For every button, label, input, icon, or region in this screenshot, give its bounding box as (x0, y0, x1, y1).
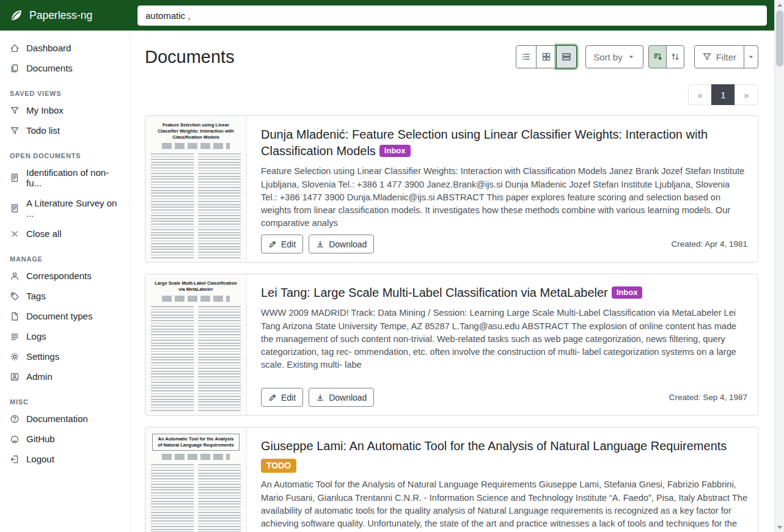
sidebar-item-label: Tags (26, 291, 46, 301)
sidebar-section-misc: MISC (10, 398, 120, 406)
document-card-footer: Edit Download Created: Apr 4, 1981 (261, 235, 747, 253)
tag-badge[interactable]: Inbox (612, 286, 643, 299)
filter-group: Filter (694, 45, 758, 68)
thumbnail-page-title: Feature Selection using Linear Classifie… (152, 122, 240, 140)
sidebar-item-my-inbox[interactable]: My Inbox (0, 100, 130, 120)
logout-icon (10, 454, 20, 464)
paperless-leaf-logo-icon (9, 8, 24, 23)
thumbnail-text-columns (151, 464, 241, 532)
tag-badge[interactable]: Inbox (379, 145, 411, 157)
download-label: Download (329, 239, 367, 249)
close-icon (10, 229, 20, 239)
main-content: Documents Sort by (130, 31, 784, 532)
thumbnail-byline (162, 296, 230, 302)
scrollbar-up-arrow[interactable] (775, 0, 784, 10)
github-icon (10, 434, 20, 444)
sidebar-item-logout[interactable]: Logout (0, 449, 130, 469)
document-card-body: Dunja Mladenić: Feature Selection using … (247, 116, 758, 262)
sidebar-item-label: My Inbox (26, 105, 64, 115)
edit-label: Edit (281, 239, 296, 249)
filter-button[interactable]: Filter (694, 45, 744, 68)
document-excerpt: Feature Selection using Linear Classifie… (261, 165, 747, 230)
document-card-body: Lei Tang: Large Scale Multi-Label Classi… (247, 274, 758, 415)
sidebar-item-documents[interactable]: Documents (0, 58, 130, 78)
sidebar-item-open-document-2[interactable]: A Literature Survey on ... (0, 193, 130, 224)
download-button[interactable]: Download (309, 235, 374, 253)
documents-toolbar: Sort by Filter (516, 45, 758, 68)
thumbnail-page: An Automatic Tool for the Analysis of Na… (145, 428, 246, 532)
sidebar-item-label: Admin (26, 371, 53, 382)
sort-descending-button[interactable] (648, 45, 667, 68)
sort-alphabetical-button[interactable] (666, 45, 684, 68)
chevron-down-icon (627, 53, 636, 61)
sidebar-item-document-types[interactable]: Document types (0, 306, 130, 326)
document-thumbnail[interactable]: An Automatic Tool for the Analysis of Na… (145, 428, 247, 532)
sidebar-item-label: Documentation (26, 414, 88, 424)
admin-user-icon (10, 372, 20, 382)
scrollbar-thumb[interactable] (776, 10, 783, 67)
edit-button[interactable]: Edit (261, 388, 303, 407)
global-search-input[interactable] (137, 5, 767, 26)
document-thumbnail[interactable]: Feature Selection using Linear Classifie… (145, 116, 247, 262)
sidebar-item-admin[interactable]: Admin (0, 366, 130, 387)
edit-button[interactable]: Edit (261, 235, 303, 253)
sidebar-item-dashboard[interactable]: Dashboard (0, 38, 130, 58)
sidebar-item-label: Close all (26, 228, 62, 239)
pencil-icon (268, 393, 277, 402)
page-title: Documents (145, 47, 235, 67)
document-card-footer: Edit Download Created: Sep 4, 1987 (261, 388, 747, 407)
sidebar: Dashboard Documents SAVED VIEWS My Inbox… (0, 31, 130, 532)
question-circle-icon (10, 414, 20, 424)
view-grid-button[interactable] (536, 45, 557, 68)
tag-badge[interactable]: TODO (261, 459, 296, 473)
pagination-next-button[interactable]: » (735, 84, 758, 105)
page-header: Documents Sort by (145, 45, 758, 68)
sort-direction-group (648, 45, 684, 68)
tag-icon (10, 291, 20, 301)
sort-by-dropdown[interactable]: Sort by (585, 45, 643, 68)
document-card: An Automatic Tool for the Analysis of Na… (145, 427, 758, 532)
document-actions: Edit Download (261, 235, 374, 253)
pagination-page-1-button[interactable]: 1 (711, 84, 735, 105)
sidebar-item-label: Dashboard (26, 43, 71, 53)
document-title-link[interactable]: Lei Tang: Large Scale Multi-Label Classi… (261, 286, 608, 299)
sidebar-item-tags[interactable]: Tags (0, 286, 130, 306)
sidebar-item-label: Documents (26, 63, 73, 73)
app-brand-link[interactable]: Paperless-ng (0, 0, 130, 31)
document-card: Large Scale Multi-Label Classification v… (145, 274, 758, 416)
sidebar-item-label: A Literature Survey on ... (26, 198, 120, 219)
sidebar-item-documentation[interactable]: Documentation (0, 409, 130, 429)
sidebar-item-open-document-1[interactable]: Identification of non-fu... (0, 162, 130, 193)
pagination-prev-button[interactable]: « (688, 84, 712, 105)
view-details-button[interactable] (556, 45, 577, 68)
sidebar-nav: Dashboard Documents SAVED VIEWS My Inbox… (0, 38, 130, 469)
vertical-scrollbar[interactable] (774, 0, 784, 532)
sidebar-item-close-all[interactable]: Close all (0, 224, 130, 244)
sidebar-item-label: Logs (26, 331, 46, 341)
document-title-link[interactable]: Giuseppe Lami: An Automatic Tool for the… (261, 439, 727, 453)
document-excerpt: An Automatic Tool for the Analysis of Na… (261, 478, 747, 532)
document-card: Feature Selection using Linear Classifie… (145, 115, 758, 263)
sidebar-item-settings[interactable]: Settings (0, 346, 130, 366)
filter-dropdown-toggle[interactable] (744, 45, 758, 68)
download-button[interactable]: Download (309, 388, 374, 407)
sidebar-item-todo-list[interactable]: Todo list (0, 120, 130, 140)
sidebar-item-label: Logout (26, 454, 54, 464)
sidebar-section-open-documents: OPEN DOCUMENTS (10, 152, 120, 159)
filter-label: Filter (716, 52, 736, 62)
gear-icon (10, 352, 20, 362)
sidebar-item-github[interactable]: GitHub (0, 429, 130, 449)
sidebar-item-correspondents[interactable]: Correspondents (0, 266, 130, 286)
pencil-icon (268, 240, 277, 249)
sidebar-section-manage: MANAGE (10, 255, 120, 263)
sidebar-item-logs[interactable]: Logs (0, 326, 130, 346)
chevron-down-icon (747, 53, 755, 61)
document-title-link[interactable]: Dunja Mladenić: Feature Selection using … (261, 128, 708, 158)
dashboard-icon (10, 43, 20, 53)
thumbnail-page: Feature Selection using Linear Classifie… (145, 116, 246, 262)
document-thumbnail[interactable]: Large Scale Multi-Label Classification v… (145, 274, 247, 415)
brand-name: Paperless-ng (29, 9, 92, 22)
view-list-button[interactable] (516, 45, 537, 68)
thumbnail-byline (162, 143, 230, 149)
scrollbar-down-arrow[interactable] (775, 522, 784, 532)
